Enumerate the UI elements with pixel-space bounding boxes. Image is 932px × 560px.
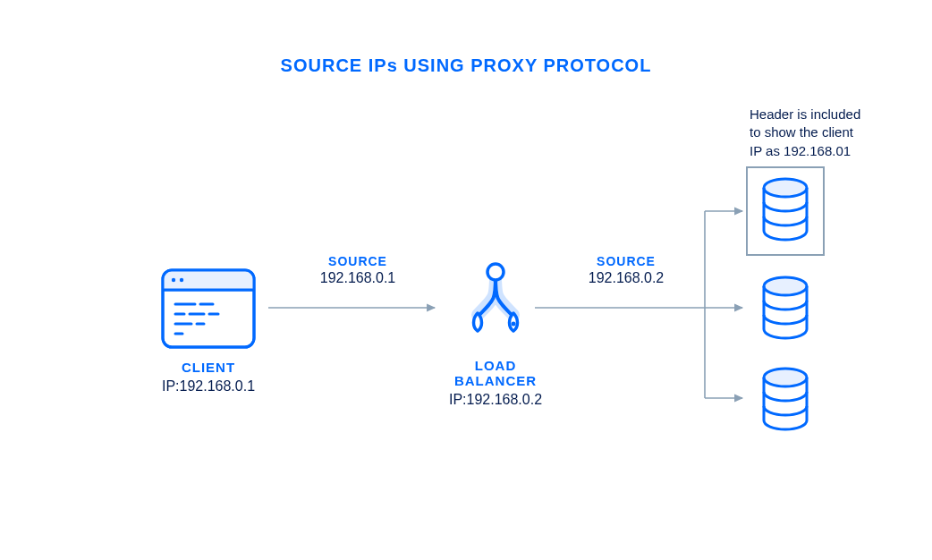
client-node: CLIENT IP:192.168.0.1 xyxy=(159,267,258,395)
annotation-line-1: Header is included xyxy=(750,106,893,123)
load-balancer-node: LOAD BALANCER IP:192.168.0.2 xyxy=(433,259,558,408)
client-ip: IP:192.168.0.1 xyxy=(159,378,258,395)
svg-point-14 xyxy=(487,264,504,280)
edge-lb-to-servers-label: SOURCE 192.168.0.2 xyxy=(555,254,698,286)
svg-point-22 xyxy=(764,179,807,197)
edge2-source-value: 192.168.0.2 xyxy=(555,270,698,286)
diagram-canvas: CLIENT IP:192.168.0.1 LOAD BALANCER IP:1… xyxy=(0,0,932,560)
annotation-line-3: IP as 192.168.01 xyxy=(750,142,893,160)
svg-point-23 xyxy=(764,277,807,295)
edge2-source-label: SOURCE xyxy=(555,254,698,268)
load-balancer-icon xyxy=(451,259,540,349)
edge1-source-value: 192.168.0.1 xyxy=(286,270,429,286)
database-icon xyxy=(758,177,812,245)
edge1-source-label: SOURCE xyxy=(286,254,429,268)
svg-point-5 xyxy=(180,278,183,282)
svg-point-4 xyxy=(172,278,175,282)
svg-point-24 xyxy=(764,369,807,386)
server-3 xyxy=(758,367,812,435)
annotation-line-2: to show the client xyxy=(750,123,893,141)
database-icon xyxy=(758,367,812,435)
load-balancer-ip: IP:192.168.0.2 xyxy=(433,392,558,408)
server-2 xyxy=(758,276,812,344)
server-1-highlight-box xyxy=(746,166,825,256)
svg-point-15 xyxy=(512,322,516,327)
client-label: CLIENT xyxy=(159,360,258,375)
header-annotation: Header is included to show the client IP… xyxy=(750,106,893,160)
database-icon xyxy=(758,276,812,344)
browser-window-icon xyxy=(159,267,258,351)
load-balancer-label: LOAD BALANCER xyxy=(433,358,558,388)
edge-client-to-lb-label: SOURCE 192.168.0.1 xyxy=(286,254,429,286)
